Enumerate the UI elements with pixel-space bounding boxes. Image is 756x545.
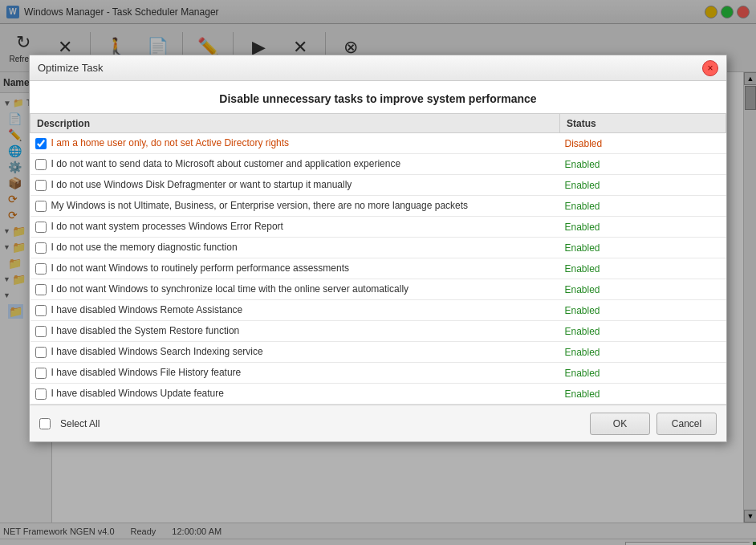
dialog-overlay: Optimize Task × Disable unnecessary task… bbox=[0, 0, 756, 545]
col-header-description: Description bbox=[30, 114, 560, 133]
main-window: W Windows Manager - Task Scheduler Manag… bbox=[0, 0, 756, 545]
dialog-close-button[interactable]: × bbox=[702, 60, 718, 76]
table-row[interactable]: I do not want Windows to synchronize loc… bbox=[30, 279, 726, 300]
task-description-cell: I do not use the memory diagnostic funct… bbox=[30, 238, 560, 258]
task-desc-text: I do not use Windows Disk Defragmenter o… bbox=[51, 179, 352, 190]
task-checkbox-4[interactable] bbox=[35, 201, 47, 212]
table-row[interactable]: I have disabled the System Restore funct… bbox=[30, 321, 726, 342]
task-description-cell: I have disabled Windows File History fea… bbox=[30, 363, 560, 384]
ok-button[interactable]: OK bbox=[590, 413, 650, 435]
task-desc-text: I am a home user only, do not set Active… bbox=[51, 137, 290, 148]
task-desc-text: I have disabled Windows Search Indexing … bbox=[51, 346, 263, 357]
task-description-cell: I do not use Windows Disk Defragmenter o… bbox=[30, 175, 560, 196]
table-row[interactable]: I do not want system processes Windows E… bbox=[30, 217, 726, 238]
task-description-cell: I do not want system processes Windows E… bbox=[30, 217, 560, 238]
task-desc-text: I do not want system processes Windows E… bbox=[51, 221, 283, 232]
dialog-title: Optimize Task bbox=[38, 62, 702, 74]
col-header-status: Status bbox=[560, 114, 726, 133]
task-desc-text: My Windows is not Ultimate, Business, or… bbox=[51, 200, 469, 211]
task-checkbox-13[interactable] bbox=[35, 388, 47, 400]
table-row[interactable]: I have disabled Windows Remote Assistanc… bbox=[30, 300, 726, 321]
task-desc-text: I do not use the memory diagnostic funct… bbox=[51, 242, 238, 253]
task-status-cell: Enabled bbox=[560, 279, 726, 300]
optimize-task-dialog: Optimize Task × Disable unnecessary task… bbox=[29, 55, 727, 442]
task-description-cell: My Windows is not Ultimate, Business, or… bbox=[30, 196, 560, 217]
dialog-title-bar: Optimize Task × bbox=[30, 55, 726, 81]
task-description-cell: I have disabled Windows Remote Assistanc… bbox=[30, 300, 560, 321]
table-row[interactable]: I do not want Windows to routinely perfo… bbox=[30, 258, 726, 279]
task-checkbox-3[interactable] bbox=[35, 180, 47, 191]
task-status-cell: Enabled bbox=[560, 258, 726, 279]
task-desc-text: I have disabled Windows File History fea… bbox=[51, 367, 242, 378]
task-status-cell: Enabled bbox=[560, 342, 726, 363]
select-all-checkbox[interactable] bbox=[39, 418, 51, 429]
task-description-cell: I do not want Windows to synchronize loc… bbox=[30, 279, 560, 300]
task-status-cell: Enabled bbox=[560, 321, 726, 342]
table-row[interactable]: I have disabled Windows File History fea… bbox=[30, 363, 726, 384]
task-desc-text: I have disabled the System Restore funct… bbox=[51, 325, 240, 336]
task-description-cell: I have disabled Windows Search Indexing … bbox=[30, 342, 560, 363]
task-checkbox-7[interactable] bbox=[35, 263, 47, 275]
task-status-cell: Enabled bbox=[560, 363, 726, 384]
dialog-body: Description Status I am a home user only… bbox=[30, 113, 726, 405]
table-row[interactable]: I am a home user only, do not set Active… bbox=[30, 133, 726, 154]
task-status-cell: Enabled bbox=[560, 384, 726, 405]
task-desc-text: I do not want Windows to routinely perfo… bbox=[51, 262, 350, 274]
task-description-cell: I am a home user only, do not set Active… bbox=[30, 133, 560, 154]
dialog-footer: Select All OK Cancel bbox=[30, 405, 726, 441]
task-status-cell: Enabled bbox=[560, 175, 726, 196]
task-checkbox-1[interactable] bbox=[35, 138, 47, 149]
table-row[interactable]: I have disabled Windows Search Indexing … bbox=[30, 342, 726, 363]
task-status-cell: Disabled bbox=[560, 133, 726, 154]
task-desc-text: I have disabled Windows Update feature bbox=[51, 388, 224, 399]
task-description-cell: I have disabled Windows Update feature bbox=[30, 384, 560, 405]
select-all-area: Select All bbox=[39, 418, 100, 429]
task-checkbox-2[interactable] bbox=[35, 159, 47, 170]
cancel-button[interactable]: Cancel bbox=[656, 413, 717, 435]
footer-buttons: OK Cancel bbox=[590, 413, 717, 435]
task-checkbox-8[interactable] bbox=[35, 284, 47, 295]
task-checkbox-11[interactable] bbox=[35, 347, 47, 358]
task-description-cell: I do not want to send data to Microsoft … bbox=[30, 154, 560, 175]
task-status-cell: Enabled bbox=[560, 196, 726, 217]
task-checkbox-5[interactable] bbox=[35, 222, 47, 233]
task-status-cell: Enabled bbox=[560, 217, 726, 238]
task-checkbox-9[interactable] bbox=[35, 305, 47, 316]
select-all-label: Select All bbox=[60, 418, 100, 429]
task-description-cell: I do not want Windows to routinely perfo… bbox=[30, 258, 560, 279]
table-row[interactable]: I have disabled Windows Update featureEn… bbox=[30, 384, 726, 405]
task-status-cell: Enabled bbox=[560, 154, 726, 175]
task-checkbox-12[interactable] bbox=[35, 368, 47, 379]
dialog-header: Disable unnecessary tasks to improve sys… bbox=[30, 81, 726, 113]
table-row[interactable]: I do not want to send data to Microsoft … bbox=[30, 154, 726, 175]
task-table: Description Status I am a home user only… bbox=[30, 113, 726, 405]
table-row[interactable]: My Windows is not Ultimate, Business, or… bbox=[30, 196, 726, 217]
table-row[interactable]: I do not use Windows Disk Defragmenter o… bbox=[30, 175, 726, 196]
task-desc-text: I do not want to send data to Microsoft … bbox=[51, 158, 401, 169]
task-desc-text: I do not want Windows to synchronize loc… bbox=[51, 283, 409, 295]
task-status-cell: Enabled bbox=[560, 238, 726, 258]
task-checkbox-6[interactable] bbox=[35, 242, 47, 254]
table-row[interactable]: I do not use the memory diagnostic funct… bbox=[30, 238, 726, 258]
task-checkbox-10[interactable] bbox=[35, 326, 47, 337]
task-description-cell: I have disabled the System Restore funct… bbox=[30, 321, 560, 342]
task-status-cell: Enabled bbox=[560, 300, 726, 321]
task-desc-text: I have disabled Windows Remote Assistanc… bbox=[51, 304, 243, 315]
